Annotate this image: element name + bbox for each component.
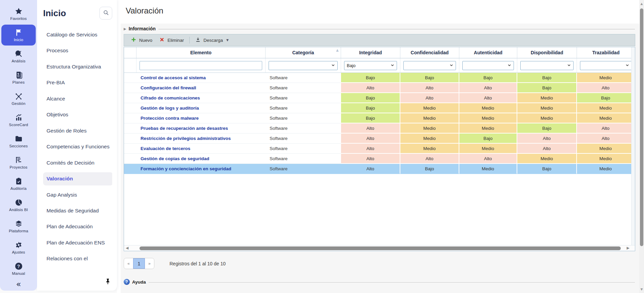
- rail-item-gestion[interactable]: Gestión: [1, 88, 36, 109]
- rail-item-proyectos[interactable]: Proyectos: [1, 152, 36, 173]
- filter-select-trazabilidad[interactable]: [580, 61, 632, 70]
- delete-button[interactable]: Eliminar: [156, 35, 187, 45]
- horizontal-scroll-thumb[interactable]: [140, 246, 621, 250]
- sidebar-item[interactable]: Comités de Decisión: [43, 156, 112, 169]
- sidebar-search-button[interactable]: [99, 7, 112, 20]
- help-icon[interactable]: ?: [124, 279, 130, 285]
- element-link[interactable]: Cifrado de comunicaciones: [136, 93, 266, 103]
- scroll-left-icon[interactable]: ◀: [126, 246, 128, 250]
- sidebar-item[interactable]: Objetivos: [43, 108, 112, 121]
- table-row[interactable]: Control de accesos al sistemaSoftwareBaj…: [124, 73, 635, 83]
- sidebar-item[interactable]: Competencias y Funciones: [43, 140, 112, 153]
- element-link[interactable]: Pruebas de recuperación ante desastres: [136, 123, 266, 134]
- table-row[interactable]: Protección contra malwareSoftwareBajoMed…: [124, 113, 635, 123]
- table-row[interactable]: Evaluación de tercerosSoftwareAltoMedioM…: [124, 144, 635, 154]
- level-cell: Medio: [459, 103, 517, 113]
- column-header-trazabilidad[interactable]: Trazabilidad: [577, 47, 635, 58]
- sidebar-item[interactable]: Medidas de Seguridad: [43, 204, 112, 217]
- rail-item-manual[interactable]: ?Manual: [1, 258, 36, 279]
- rail-item-plataforma[interactable]: Plataforma: [1, 216, 36, 237]
- row-select-cell[interactable]: [124, 103, 136, 113]
- table-horizontal-scrollbar[interactable]: ◀ ▶: [124, 245, 635, 251]
- table-row[interactable]: Restricción de privilegios administrativ…: [124, 134, 635, 144]
- filter-select-autenticidad[interactable]: [462, 61, 514, 70]
- download-icon: [195, 37, 201, 43]
- section-header: ▶ Información: [124, 26, 635, 31]
- table-row[interactable]: Pruebas de recuperación ante desastresSo…: [124, 123, 635, 134]
- table-row[interactable]: Gestión de logs y auditoríaSoftwareBajoM…: [124, 103, 635, 113]
- filter-select-categoria[interactable]: [269, 61, 338, 70]
- pushpin-icon[interactable]: [104, 278, 112, 285]
- table-row[interactable]: Gestión de copias de seguridadSoftwareAl…: [124, 154, 635, 164]
- column-header-autenticidad[interactable]: Autenticidad: [459, 47, 517, 58]
- rail-item-analisis-bi[interactable]: Análisis BI: [1, 195, 36, 215]
- page-number-button[interactable]: 1: [133, 258, 145, 269]
- sidebar-item[interactable]: Gap Analysis: [43, 188, 112, 201]
- column-header-elemento[interactable]: Elemento: [136, 47, 266, 58]
- rail-item-favoritos[interactable]: Favoritos: [1, 3, 36, 24]
- element-link[interactable]: Protección contra malware: [136, 113, 266, 123]
- table-vertical-scrollbar[interactable]: [631, 47, 635, 245]
- element-link[interactable]: Evaluación de terceros: [136, 144, 266, 154]
- row-select-cell[interactable]: [124, 154, 136, 164]
- sidebar-item[interactable]: Catálogo de Servicios: [43, 28, 112, 41]
- row-select-cell[interactable]: [124, 93, 136, 103]
- new-button[interactable]: Nuevo: [127, 35, 156, 45]
- page-scrollbar[interactable]: ▲ ▼: [639, 0, 644, 293]
- column-header-integridad[interactable]: Integridad: [341, 47, 400, 58]
- element-link[interactable]: Gestión de copias de seguridad: [136, 154, 266, 164]
- sidebar-title: Inicio: [43, 8, 66, 19]
- sidebar-item[interactable]: Plan de Adecuación ENS: [43, 236, 112, 249]
- row-select-cell[interactable]: [124, 73, 136, 83]
- level-cell: Alto: [459, 154, 517, 164]
- page-prev-button[interactable]: «: [124, 258, 133, 269]
- element-link[interactable]: Configuración del firewall: [136, 83, 266, 93]
- rail-item-auditoria[interactable]: Auditoría: [1, 173, 36, 194]
- sidebar-item[interactable]: Relaciones con el: [43, 252, 112, 264]
- rail-item-planes[interactable]: Planes: [1, 67, 36, 88]
- column-header-disponibilidad[interactable]: Disponibilidad: [517, 47, 577, 58]
- chevron-down-icon: [508, 63, 511, 68]
- element-link[interactable]: Formación y concienciación en seguridad: [136, 164, 266, 174]
- rail-item-label: Auditoría: [10, 186, 27, 191]
- column-header-confidencialidad[interactable]: Confidencialidad: [400, 47, 459, 58]
- rail-item-ajustes[interactable]: Ajustes: [1, 237, 36, 258]
- element-link[interactable]: Control de accesos al sistema: [136, 73, 266, 83]
- rail-item-scorecard[interactable]: ScoreCard: [1, 110, 36, 130]
- row-select-cell[interactable]: [124, 144, 136, 154]
- collapse-sidebar-button[interactable]: «: [0, 280, 37, 289]
- row-select-cell[interactable]: [124, 83, 136, 93]
- section-collapse-arrow-icon[interactable]: ▶: [124, 27, 126, 31]
- filter-select-confidencialidad[interactable]: [403, 61, 456, 70]
- table-row[interactable]: Configuración del firewallSoftwareAltoAl…: [124, 83, 635, 93]
- rail-item-secciones[interactable]: Secciones: [1, 131, 36, 152]
- sidebar-item[interactable]: Gestión de Roles: [43, 124, 112, 137]
- sidebar-item[interactable]: Valoración: [43, 172, 112, 185]
- sidebar-item[interactable]: Plan de Adecuación: [43, 220, 112, 233]
- element-link[interactable]: Restricción de privilegios administrativ…: [136, 134, 266, 144]
- scroll-right-icon[interactable]: ▶: [627, 246, 630, 250]
- level-cell: Medio: [517, 154, 577, 164]
- scroll-down-icon[interactable]: ▼: [639, 288, 644, 291]
- page-next-button[interactable]: »: [145, 258, 154, 269]
- row-select-cell[interactable]: [124, 123, 136, 134]
- rail-item-analisis[interactable]: Análisis: [1, 46, 36, 67]
- sidebar-item[interactable]: Pre-BIA: [43, 76, 112, 89]
- sidebar-item[interactable]: Estructura Organizativa: [43, 60, 112, 73]
- rail-item-inicio[interactable]: Inicio: [1, 25, 36, 46]
- page-scroll-thumb[interactable]: [640, 8, 643, 246]
- filter-input-elemento[interactable]: [140, 61, 262, 70]
- column-header-categora[interactable]: Categoría▲: [266, 47, 341, 58]
- sidebar-item[interactable]: Alcance: [43, 92, 112, 105]
- scroll-up-icon[interactable]: ▲: [639, 2, 644, 5]
- download-button[interactable]: Descarga ▼: [192, 35, 232, 45]
- table-row[interactable]: Cifrado de comunicacionesSoftwareBajoAlt…: [124, 93, 635, 103]
- filter-select-disponibilidad[interactable]: [520, 61, 574, 70]
- row-select-cell[interactable]: [124, 164, 136, 174]
- sidebar-item[interactable]: Procesos: [43, 44, 112, 57]
- element-link[interactable]: Gestión de logs y auditoría: [136, 103, 266, 113]
- filter-select-integridad[interactable]: Bajo: [344, 61, 397, 70]
- row-select-cell[interactable]: [124, 134, 136, 144]
- table-row[interactable]: Formación y concienciación en seguridadS…: [124, 164, 635, 174]
- row-select-cell[interactable]: [124, 113, 136, 123]
